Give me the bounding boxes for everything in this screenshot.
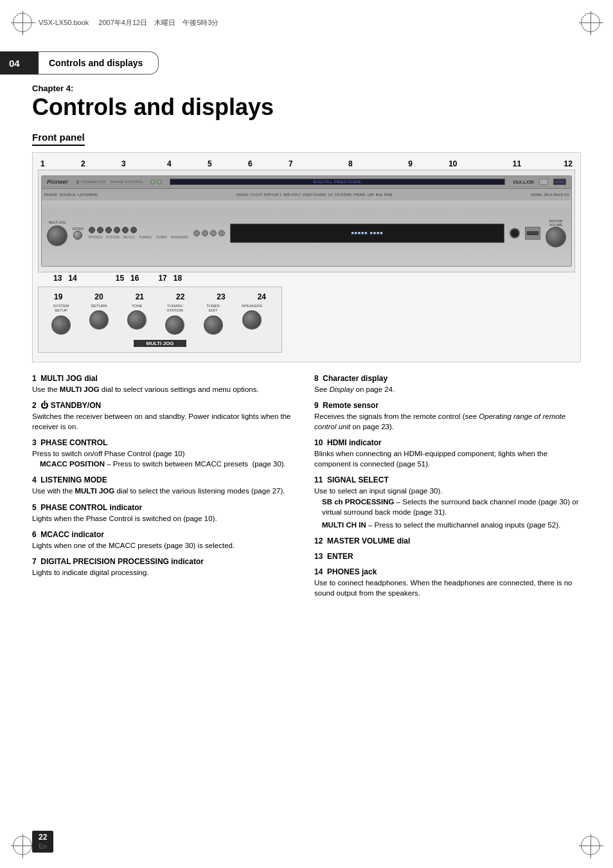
desc-item-4: 4 LISTENING MODE Use with the MULTI JOG … xyxy=(32,475,299,496)
desc-item-7: 7 DIGITAL PRECISION PROCESSING indicator… xyxy=(32,557,299,578)
panel-image: Pioneer ⏻ STANDBY/ON PHASE CONTROL DIGIT… xyxy=(38,170,575,272)
page-lang-text: En xyxy=(39,843,47,850)
chapter-number: 04 xyxy=(9,58,20,69)
header-title-tab: Controls and displays xyxy=(39,51,159,75)
jog-dial-tone[interactable] xyxy=(127,310,147,330)
desc-item-6: 6 MCACC indicator Lights when one of the… xyxy=(32,530,299,551)
chapter-title: Controls and displays xyxy=(32,94,581,120)
desc-item-9: 9 Remote sensor Receives the signals fro… xyxy=(314,401,581,432)
desc-title-11: 11 SIGNAL SELECT xyxy=(314,475,581,484)
desc-item-8: 8 Character display See Display on page … xyxy=(314,374,581,394)
page-number: 22 En xyxy=(32,831,53,853)
desc-title-1: 1 MULTI JOG dial xyxy=(32,374,299,383)
desc-item-3: 3 PHASE CONTROL Press to switch on/off P… xyxy=(32,438,299,469)
desc-item-14: 14 PHONES jack Use to connect headphones… xyxy=(314,567,581,598)
chapter-label: Chapter 4: xyxy=(32,84,581,93)
jog-dial-tuner-edit[interactable] xyxy=(204,315,223,335)
desc-title-12: 12 MASTER VOLUME dial xyxy=(314,536,581,545)
panel-numbers-bottom: 13 14 15 16 17 18 xyxy=(38,274,575,283)
desc-title-13: 13 ENTER xyxy=(314,552,581,561)
receiver-top-strip: Pioneer ⏻ STANDBY/ON PHASE CONTROL DIGIT… xyxy=(42,176,571,189)
desc-title-7: 7 DIGITAL PRECISION PROCESSING indicator xyxy=(32,557,299,566)
desc-body-5: Lights when the Phase Control is switche… xyxy=(32,513,299,524)
meta-line: VSX-LX50.book 2007年4月12日 木曜日 午後5時3分 xyxy=(39,18,218,28)
jog-item-return: RETURN xyxy=(89,304,109,335)
desc-body-2: Switches the receiver between on and sta… xyxy=(32,411,299,432)
desc-title-2: 2 ⏻ STANDBY/ON xyxy=(32,401,299,410)
desc-body-11-sub1: SB ch PROCESSING – Selects the surround … xyxy=(314,497,581,517)
desc-item-5: 5 PHASE CONTROL indicator Lights when th… xyxy=(32,503,299,524)
reg-mark-tl xyxy=(13,13,32,32)
jog-dial-return[interactable] xyxy=(89,310,109,330)
reg-mark-br xyxy=(581,836,600,855)
desc-title-4: 4 LISTENING MODE xyxy=(32,475,299,484)
desc-title-8: 8 Character display xyxy=(314,374,581,383)
desc-body-8: See Display on page 24. xyxy=(314,384,581,394)
desc-body-7: Lights to indicate digital processing. xyxy=(32,567,299,578)
desc-body-6: Lights when one of the MCACC presets (pa… xyxy=(32,540,299,551)
desc-body-9: Receives the signals from the remote con… xyxy=(314,411,581,432)
desc-item-2: 2 ⏻ STANDBY/ON Switches the receiver bet… xyxy=(32,401,299,432)
page-num-text: 22 xyxy=(39,833,47,842)
panel-diagram: 1 2 3 4 5 6 7 8 9 10 11 12 Pioneer ⏻ STA… xyxy=(32,152,581,362)
reg-mark-tr xyxy=(581,13,600,32)
desc-title-6: 6 MCACC indicator xyxy=(32,530,299,539)
main-content: Chapter 4: Controls and displays Front p… xyxy=(32,84,581,605)
desc-item-13: 13 ENTER xyxy=(314,552,581,561)
jog-dial-tuning-station[interactable] xyxy=(165,315,184,335)
jog-item-tuning-station: TUNING/STATION xyxy=(165,304,184,335)
jog-dial-speakers[interactable] xyxy=(242,310,262,330)
receiver-mid: PHASESOURCELISTENING DVD/LDTV OUTDVR-VCR… xyxy=(42,189,571,200)
desc-body-14: Use to connect headphones. When the head… xyxy=(314,578,581,598)
desc-body-3: Press to switch on/off Phase Control (pa… xyxy=(32,448,299,459)
receiver-controls: MULTI JOG ENTER xyxy=(42,200,571,266)
meta-date: 2007年4月12日 木曜日 午後5時3分 xyxy=(98,19,218,26)
desc-body-1: Use the MULTI JOG dial to select various… xyxy=(32,384,299,394)
desc-body-11-sub2: MULTI CH IN – Press to select the multic… xyxy=(314,520,581,530)
reg-mark-bl xyxy=(13,836,32,855)
desc-title-3: 3 PHASE CONTROL xyxy=(32,438,299,447)
desc-body-10: Blinks when connecting an HDMI-equipped … xyxy=(314,448,581,469)
desc-body-3-sub: MCACC POSITION – Press to switch between… xyxy=(32,459,299,469)
desc-col-left: 1 MULTI JOG dial Use the MULTI JOG dial … xyxy=(32,374,299,605)
chapter-badge: 04 xyxy=(0,51,39,75)
jog-item-tone: TONE xyxy=(127,304,147,335)
desc-item-12: 12 MASTER VOLUME dial xyxy=(314,536,581,545)
desc-item-11: 11 SIGNAL SELECT Use to select an input … xyxy=(314,475,581,529)
desc-body-11: Use to select an input signal (page 30). xyxy=(314,486,581,496)
jog-item-system-setup: SYSTEMSETUP xyxy=(51,304,71,335)
meta-text: VSX-LX50.book xyxy=(39,19,89,26)
descriptions-grid: 1 MULTI JOG dial Use the MULTI JOG dial … xyxy=(32,374,581,605)
jog-section: 19 20 21 22 23 24 SYSTEMSETUP RETURN xyxy=(38,287,575,353)
receiver-body: Pioneer ⏻ STANDBY/ON PHASE CONTROL DIGIT… xyxy=(41,175,572,267)
jog-dial-system-setup[interactable] xyxy=(51,315,71,335)
desc-col-right: 8 Character display See Display on page … xyxy=(314,374,581,605)
desc-title-10: 10 HDMI indicator xyxy=(314,438,581,447)
header-bar: 04 Controls and displays xyxy=(0,51,613,75)
desc-item-10: 10 HDMI indicator Blinks when connecting… xyxy=(314,438,581,469)
multi-jog-label: MULTI JOG xyxy=(134,340,187,347)
desc-item-1: 1 MULTI JOG dial Use the MULTI JOG dial … xyxy=(32,374,299,394)
front-panel-heading: Front panel xyxy=(32,132,85,146)
desc-title-14: 14 PHONES jack xyxy=(314,567,581,576)
jog-item-speakers: SPEAKERS xyxy=(242,304,262,335)
desc-body-4: Use with the MULTI JOG dial to select th… xyxy=(32,486,299,496)
panel-numbers-top: 1 2 3 4 5 6 7 8 9 10 11 12 xyxy=(38,159,575,168)
jog-item-tuner-edit: TUNEREDIT xyxy=(204,304,223,335)
header-title: Controls and displays xyxy=(49,58,143,68)
desc-title-5: 5 PHASE CONTROL indicator xyxy=(32,503,299,512)
desc-title-9: 9 Remote sensor xyxy=(314,401,581,410)
